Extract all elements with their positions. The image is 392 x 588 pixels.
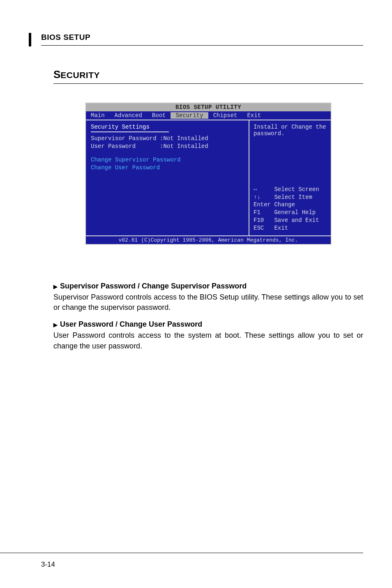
bios-key-row: ↑↓ Select Item [254, 194, 327, 201]
bios-row-supervisor: Supervisor Password :Not Installed [91, 135, 244, 143]
bios-row-label: User Password [91, 143, 136, 150]
bios-key: ↔ [254, 186, 257, 193]
bios-tab-advanced: Advanced [110, 112, 147, 119]
bios-key: ↑↓ [254, 194, 261, 201]
triangle-bullet-icon: ▶ [53, 284, 58, 290]
triangle-bullet-icon: ▶ [53, 322, 58, 328]
bios-tab-main: Main [86, 112, 110, 119]
bios-key-action: Select Screen [274, 186, 319, 193]
bios-tab-chipset: Chipset [208, 112, 242, 119]
item-desc-user: User Password controls access to the sys… [53, 330, 363, 351]
bios-left-panel: Security Settings Supervisor Password :N… [86, 120, 249, 235]
bios-row-label: Supervisor Password [91, 135, 157, 142]
bios-key-row: ↔ Select Screen [254, 186, 327, 194]
bios-key: Enter [254, 201, 271, 208]
bios-tabs: Main Advanced Boot Security Chipset Exit [86, 111, 331, 120]
bios-key: F10 [254, 217, 264, 224]
bios-key-action: General Help [274, 209, 316, 216]
bios-key-action: Save and Exit [274, 217, 319, 224]
header-vertical-bar [29, 33, 31, 46]
item-desc-supervisor: Supervisor Password controls access to t… [53, 292, 363, 313]
page-number: 3-14 [41, 560, 55, 569]
bios-key: ESC [254, 225, 264, 231]
page-header: BIOS SETUP [41, 33, 363, 45]
bios-key-action: Change [274, 201, 295, 208]
bios-option-change-user: Change User Password [91, 164, 244, 172]
bios-divider [91, 131, 169, 132]
bios-right-panel: Install or Change the password. ↔ Select… [249, 120, 331, 235]
bios-key: F1 [254, 209, 261, 216]
item-heading-text: User Password / Change User Password [60, 320, 202, 328]
footer-divider [0, 553, 363, 553]
item-heading-text: Supervisor Password / Change Supervisor … [60, 282, 247, 290]
section-title: SECURITY [53, 68, 363, 84]
section-title-suffix: ECURITY [60, 70, 100, 80]
bios-key-row: Enter Change [254, 201, 327, 209]
bios-key-row: F1 General Help [254, 209, 327, 217]
bios-tab-security: Security [171, 112, 208, 119]
bios-help-text: Install or Change the password. [254, 124, 327, 137]
item-heading-supervisor: ▶Supervisor Password / Change Supervisor… [53, 282, 363, 291]
bios-row-user: User Password :Not Installed [91, 143, 244, 150]
bios-key-row: F10 Save and Exit [254, 217, 327, 224]
bios-row-value: :Not Installed [160, 143, 208, 150]
bios-option-change-supervisor: Change Supervisor Password [91, 156, 244, 164]
bios-tab-boot: Boot [147, 112, 171, 119]
bios-section-heading: Security Settings [91, 124, 244, 131]
bios-key-legend: ↔ Select Screen ↑↓ Select Item Enter Cha… [254, 186, 327, 232]
bios-key-action: Select Item [274, 194, 312, 201]
bios-key-row: ESC Exit [254, 224, 327, 232]
bios-title-bar: BIOS SETUP UTILITY [86, 103, 331, 111]
item-heading-user: ▶User Password / Change User Password [53, 320, 363, 329]
bios-footer: v02.61 (C)Copyright 1985-2006, American … [86, 235, 331, 244]
bios-key-action: Exit [274, 225, 288, 231]
bios-screenshot: BIOS SETUP UTILITY Main Advanced Boot Se… [85, 102, 332, 245]
bios-row-value: :Not Installed [160, 135, 208, 142]
section-title-prefix: S [53, 68, 60, 81]
bios-tab-exit: Exit [242, 112, 266, 119]
